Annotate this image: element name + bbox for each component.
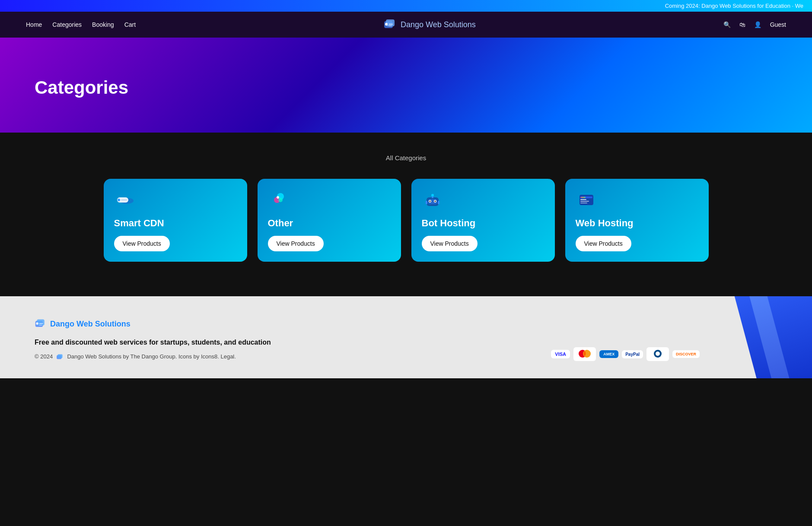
footer: Dango Web Solutions Free and discounted … bbox=[0, 296, 812, 378]
footer-copy-rest: Dango Web Solutions by The Dango Group. … bbox=[67, 353, 236, 360]
footer-logo-text: Dango Web Solutions bbox=[50, 320, 131, 329]
smart-cdn-title: Smart CDN bbox=[114, 218, 237, 229]
other-icon bbox=[268, 189, 290, 211]
svg-rect-3 bbox=[388, 24, 393, 25]
web-hosting-view-products[interactable]: View Products bbox=[576, 236, 631, 251]
svg-point-28 bbox=[580, 197, 582, 198]
svg-point-7 bbox=[118, 199, 120, 201]
svg-rect-37 bbox=[57, 354, 62, 358]
svg-point-12 bbox=[277, 196, 279, 199]
svg-rect-27 bbox=[580, 203, 587, 203]
mastercard-icon bbox=[573, 347, 596, 361]
bot-hosting-icon bbox=[422, 189, 443, 211]
banner-text: Coming 2024: Dango Web Solutions for Edu… bbox=[665, 3, 803, 9]
smart-cdn-icon bbox=[114, 189, 136, 211]
footer-logo-icon bbox=[35, 318, 47, 330]
svg-rect-26 bbox=[580, 201, 589, 202]
svg-rect-33 bbox=[36, 323, 38, 325]
search-icon[interactable]: 🔍 bbox=[723, 21, 731, 28]
discover-icon: DISCOVER bbox=[672, 350, 700, 358]
header: Home Categories Booking Cart Dango Web S… bbox=[0, 12, 812, 38]
top-banner: Coming 2024: Dango Web Solutions for Edu… bbox=[0, 0, 812, 12]
hero-section: Categories bbox=[0, 38, 812, 133]
logo-icon bbox=[383, 18, 397, 32]
payment-icons: VISA AMEX PayPal DISCOVER bbox=[551, 347, 700, 361]
svg-point-17 bbox=[429, 201, 430, 202]
other-view-products[interactable]: View Products bbox=[268, 236, 324, 251]
svg-point-20 bbox=[431, 194, 434, 196]
svg-rect-35 bbox=[39, 325, 42, 326]
amex-icon: AMEX bbox=[599, 350, 618, 358]
visa-icon: VISA bbox=[551, 350, 570, 358]
svg-rect-2 bbox=[385, 23, 388, 25]
footer-copy-year: © 2024 bbox=[35, 353, 53, 360]
site-logo: Dango Web Solutions bbox=[383, 18, 476, 32]
cart-icon[interactable]: 🛍 bbox=[739, 21, 745, 28]
svg-rect-22 bbox=[438, 201, 439, 204]
nav-cart[interactable]: Cart bbox=[124, 21, 136, 28]
logo-text: Dango Web Solutions bbox=[401, 20, 476, 29]
page-title: Categories bbox=[35, 77, 128, 98]
footer-tagline: Free and discounted web services for sta… bbox=[35, 339, 337, 346]
bot-hosting-view-products[interactable]: View Products bbox=[422, 236, 478, 251]
category-card-smart-cdn[interactable]: Smart CDN View Products bbox=[104, 179, 247, 262]
svg-point-29 bbox=[582, 197, 583, 198]
nav-booking[interactable]: Booking bbox=[92, 21, 114, 28]
other-title: Other bbox=[268, 218, 391, 229]
smart-cdn-view-products[interactable]: View Products bbox=[114, 236, 170, 251]
svg-rect-24 bbox=[580, 196, 592, 198]
svg-point-30 bbox=[584, 197, 585, 198]
svg-rect-25 bbox=[580, 199, 586, 200]
svg-point-41 bbox=[656, 352, 660, 356]
web-hosting-icon bbox=[576, 189, 597, 211]
main-nav: Home Categories Booking Cart bbox=[26, 21, 136, 28]
svg-rect-4 bbox=[388, 25, 392, 26]
all-categories-label: All Categories bbox=[35, 154, 777, 162]
footer-copy-logo-icon bbox=[56, 353, 64, 361]
category-card-other[interactable]: Other View Products bbox=[258, 179, 401, 262]
header-actions: 🔍 🛍 👤 Guest bbox=[723, 21, 786, 28]
svg-point-11 bbox=[278, 198, 283, 202]
paypal-icon: PayPal bbox=[622, 350, 643, 358]
category-card-web-hosting[interactable]: Web Hosting View Products bbox=[565, 179, 709, 262]
categories-grid: Smart CDN View Products Other View Produ… bbox=[104, 179, 709, 262]
web-hosting-title: Web Hosting bbox=[576, 218, 698, 229]
footer-logo: Dango Web Solutions bbox=[35, 318, 777, 330]
category-card-bot-hosting[interactable]: Bot Hosting View Products bbox=[411, 179, 555, 262]
nav-home[interactable]: Home bbox=[26, 21, 42, 28]
guest-label[interactable]: Guest bbox=[770, 21, 786, 28]
svg-rect-34 bbox=[39, 323, 43, 324]
user-icon[interactable]: 👤 bbox=[754, 21, 761, 28]
svg-point-18 bbox=[434, 201, 436, 202]
svg-rect-21 bbox=[426, 201, 427, 204]
main-content: All Categories Smart CDN View Products bbox=[0, 133, 812, 296]
bot-hosting-title: Bot Hosting bbox=[422, 218, 545, 229]
diners-icon bbox=[646, 347, 669, 361]
svg-rect-8 bbox=[121, 199, 127, 201]
nav-categories[interactable]: Categories bbox=[52, 21, 82, 28]
